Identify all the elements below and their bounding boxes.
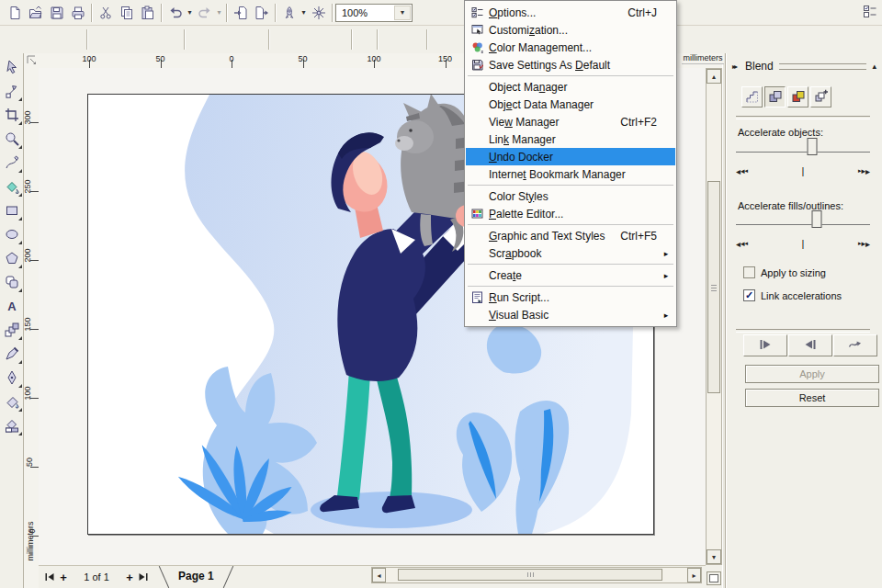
reset-button[interactable]: Reset: [745, 389, 879, 407]
page-tab[interactable]: Page 1: [160, 566, 232, 588]
document-navigator-button[interactable]: [707, 571, 721, 585]
svg-text:A: A: [7, 300, 17, 313]
menu-item-create[interactable]: Create▸: [466, 266, 675, 284]
menu-item-label: Graphic and Text Styles: [489, 230, 605, 243]
t-crop-icon: [5, 107, 19, 124]
path-properties-button[interactable]: [833, 334, 877, 356]
interactive-blend-tool[interactable]: [2, 321, 22, 341]
menu-item-label: View Manager: [489, 116, 560, 129]
scroll-down-button[interactable]: ▾: [707, 549, 721, 564]
menu-item-internet-bookmark-manager[interactable]: Internet Bookmark Manager: [466, 165, 675, 183]
undo-button[interactable]: [164, 2, 186, 24]
horizontal-scroll-thumb[interactable]: [398, 569, 662, 581]
add-page-after-button[interactable]: +: [123, 571, 136, 584]
zoom-tool[interactable]: [2, 130, 22, 150]
shape-tool[interactable]: [2, 82, 22, 102]
menu-item-visual-basic[interactable]: Visual Basic▸: [466, 306, 675, 323]
scroll-up-button[interactable]: ▴: [707, 69, 721, 84]
accelerate-objects-steppers[interactable]: ◂◂◂ | ▸▸▸: [736, 165, 870, 176]
corel-online-button[interactable]: [308, 2, 329, 24]
eyedropper-tool[interactable]: [2, 345, 22, 365]
application-launcher-button[interactable]: [278, 2, 300, 24]
menu-item-object-manager[interactable]: Object Manager: [466, 78, 675, 96]
scroll-left-button[interactable]: ◂: [372, 568, 386, 582]
print-button[interactable]: [67, 2, 88, 24]
map-start-button[interactable]: [743, 334, 787, 356]
toolbar-separator: [161, 4, 162, 22]
accelerate-objects-handle[interactable]: [808, 138, 818, 155]
flyout-indicator: [18, 241, 22, 244]
crop-tool[interactable]: [2, 106, 22, 126]
ellipse-tool[interactable]: [2, 225, 22, 245]
open-button[interactable]: [25, 2, 46, 24]
flyout-indicator: [18, 217, 22, 220]
undo-button-dropdown[interactable]: ▾: [186, 8, 194, 17]
ruler-origin-button[interactable]: [24, 53, 40, 69]
t-blend-icon: [5, 322, 19, 339]
b-end-icon: [803, 337, 818, 354]
menu-item-object-data-manager[interactable]: Object Data Manager: [466, 96, 675, 113]
menu-item-options[interactable]: Options...Ctrl+J: [466, 4, 675, 21]
blend-color-tab[interactable]: [787, 86, 808, 107]
save-button[interactable]: [46, 2, 67, 24]
new-document-button[interactable]: [4, 2, 25, 24]
vertical-scrollbar[interactable]: ▴ ▾: [706, 68, 722, 565]
open-icon: [28, 6, 43, 20]
accelerate-objects-slider[interactable]: [736, 152, 870, 153]
basic-shapes-tool[interactable]: [2, 273, 22, 293]
link-accelerations-checkbox[interactable]: ✓ Link accelerations: [743, 289, 842, 301]
link-accelerations-box[interactable]: ✓: [743, 289, 755, 301]
scroll-right-button[interactable]: ▸: [687, 568, 701, 582]
export-button[interactable]: [251, 2, 272, 24]
map-end-button[interactable]: [788, 334, 832, 356]
docker-pin-icon[interactable]: ▸▸: [732, 62, 745, 71]
paste-button[interactable]: [137, 2, 158, 24]
menu-item-graphic-and-text-styles[interactable]: Graphic and Text StylesCtrl+F5: [466, 227, 675, 244]
pick-tool[interactable]: [2, 58, 22, 78]
docker-collapse-button[interactable]: ▴: [872, 62, 876, 71]
menu-item-undo-docker[interactable]: Undo Docker: [466, 148, 675, 165]
menu-item-scrapbook[interactable]: Scrapbook▸: [466, 244, 675, 262]
toolbar-overflow-icon[interactable]: [862, 4, 878, 20]
interactive-fill-tool[interactable]: [2, 416, 22, 436]
apply-to-sizing-box[interactable]: [743, 266, 755, 278]
text-tool[interactable]: A: [2, 297, 22, 317]
blend-acceleration-tab[interactable]: [764, 86, 786, 107]
accelerate-fills-steppers[interactable]: ◂◂◂ | ▸▸▸: [736, 238, 870, 249]
menu-item-view-manager[interactable]: View ManagerCtrl+F2: [466, 113, 675, 130]
accelerate-fills-slider[interactable]: [736, 224, 870, 225]
blend-steps-tab[interactable]: [741, 86, 763, 107]
apply-button[interactable]: Apply: [745, 365, 879, 383]
curve-tool[interactable]: [2, 153, 22, 174]
menu-item-label: Customization...: [489, 24, 568, 37]
toolbar-separator: [275, 4, 276, 22]
menu-item-link-manager[interactable]: Link Manager: [466, 130, 675, 148]
menu-item-color-styles[interactable]: Color Styles: [466, 187, 675, 205]
outline-tool[interactable]: [2, 368, 22, 389]
last-page-button[interactable]: [136, 570, 151, 584]
horizontal-scrollbar[interactable]: ◂ ▸: [371, 567, 702, 583]
menu-item-color-management[interactable]: Color Management...: [466, 39, 675, 56]
menu-item-palette-editor[interactable]: Palette Editor...: [466, 205, 675, 222]
menu-item-save-settings-as-default[interactable]: Save Settings As Default: [466, 56, 675, 74]
accelerate-fills-handle[interactable]: [811, 210, 821, 228]
polygon-tool[interactable]: [2, 249, 22, 269]
cut-button[interactable]: [95, 2, 116, 24]
chevron-down-icon[interactable]: ▾: [394, 6, 411, 20]
fill-tool[interactable]: [2, 392, 22, 413]
blend-misc-tab[interactable]: [810, 86, 831, 107]
redo-button-dropdown[interactable]: ▾: [215, 8, 223, 17]
first-page-button[interactable]: [42, 570, 57, 584]
apply-to-sizing-checkbox[interactable]: Apply to sizing: [743, 266, 826, 278]
vertical-scroll-thumb[interactable]: [707, 181, 720, 393]
zoom-level-combo[interactable]: 100% ▾: [335, 4, 413, 22]
add-page-before-button[interactable]: +: [57, 571, 70, 584]
smart-fill-tool[interactable]: [2, 177, 22, 198]
menu-item-customization[interactable]: Customization...: [466, 21, 675, 39]
rectangle-tool[interactable]: [2, 201, 22, 221]
import-button[interactable]: [230, 2, 251, 24]
export-icon: [254, 6, 269, 20]
copy-button[interactable]: [116, 2, 137, 24]
application-launcher-button-dropdown[interactable]: ▾: [300, 8, 308, 17]
menu-item-run-script[interactable]: Run Script...: [466, 288, 675, 306]
